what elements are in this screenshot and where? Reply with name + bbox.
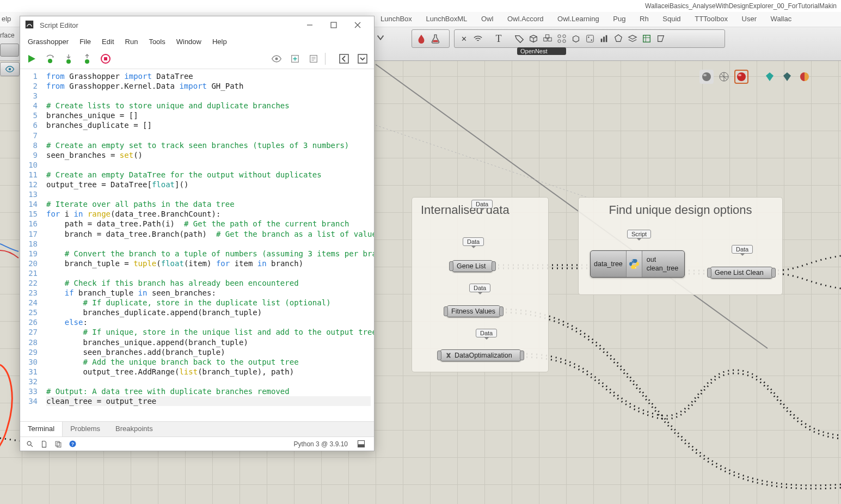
menu-grasshopper[interactable]: Grasshopper xyxy=(22,35,74,48)
droplet-icon[interactable] xyxy=(415,33,427,45)
menu-window[interactable]: Window xyxy=(171,35,207,48)
viewport-icons xyxy=(699,70,812,84)
tab-terminal[interactable]: Terminal xyxy=(20,422,63,437)
tab-owl[interactable]: Owl xyxy=(475,12,499,26)
tab-rh[interactable]: Rh xyxy=(634,12,655,26)
step-into-button[interactable] xyxy=(62,52,76,66)
dropdown-arrow-icon[interactable] xyxy=(376,33,385,42)
svg-rect-7 xyxy=(587,35,594,42)
gem-dark-icon[interactable] xyxy=(780,70,794,84)
grid-icon[interactable] xyxy=(556,33,568,45)
spreadsheet-icon[interactable] xyxy=(641,33,653,45)
script-component[interactable]: data_tree out clean_tree xyxy=(590,250,685,278)
toggle-panel-icon[interactable] xyxy=(355,439,366,450)
menu-help[interactable]: Help xyxy=(207,35,232,48)
svg-point-9 xyxy=(591,40,592,41)
python-version-label[interactable]: Python 3 @ 3.9.10 xyxy=(293,440,348,448)
code-content[interactable]: from Grasshopper import DataTreefrom Gra… xyxy=(43,69,374,421)
svg-rect-34 xyxy=(358,54,367,63)
run-button[interactable] xyxy=(24,52,39,66)
minimize-button[interactable] xyxy=(298,17,322,33)
sphere-grey-icon[interactable] xyxy=(699,70,714,84)
code-editor[interactable]: 1234567891011121314151617181920212223242… xyxy=(20,69,374,421)
opennest-label: OpenNest xyxy=(517,47,566,55)
flask-icon[interactable] xyxy=(429,33,441,45)
editor-menubar: Grasshopper File Edit Run Tools Window H… xyxy=(20,34,374,49)
tab-owl-learning[interactable]: Owl.Learning xyxy=(551,12,605,26)
tab-wallacei[interactable]: Wallac xyxy=(765,12,798,26)
editor-titlebar[interactable]: Script Editor xyxy=(20,16,374,34)
copy-icon[interactable] xyxy=(53,439,64,450)
add-button[interactable] xyxy=(288,52,302,66)
line-gutter: 1234567891011121314151617181920212223242… xyxy=(20,69,43,421)
tab-squid[interactable]: Squid xyxy=(656,12,686,26)
view-toggle-button[interactable] xyxy=(0,62,20,76)
tab-tttoolbox[interactable]: TTToolbox xyxy=(689,12,734,26)
menu-edit[interactable]: Edit xyxy=(96,35,119,48)
boxes-icon[interactable] xyxy=(542,33,554,45)
svg-rect-10 xyxy=(601,39,603,42)
menu-tools[interactable]: Tools xyxy=(143,35,170,48)
node-dataoptimalization[interactable]: DataOptimalization xyxy=(440,349,521,361)
toolbar-group-left[interactable] xyxy=(0,44,19,57)
tab-user[interactable]: User xyxy=(736,12,763,26)
data-tag: Data xyxy=(732,245,753,254)
editor-statusbar: ? Python 3 @ 3.9.10 xyxy=(20,437,374,451)
svg-point-3 xyxy=(558,35,561,38)
cube-icon[interactable] xyxy=(527,33,539,45)
node-label: Fitness Values xyxy=(451,308,495,315)
tab-problems[interactable]: Problems xyxy=(63,422,108,437)
gem-teal-icon[interactable] xyxy=(763,70,777,84)
node-gene-list[interactable]: Gene List xyxy=(452,260,493,272)
dice-icon[interactable] xyxy=(584,33,596,45)
preview-toggle-button[interactable] xyxy=(269,52,284,66)
text-icon[interactable]: T xyxy=(493,33,505,45)
polygon-icon[interactable] xyxy=(612,33,624,45)
tab-lunchbox[interactable]: LunchBox xyxy=(375,12,418,26)
script-input-label: data_tree xyxy=(594,260,623,268)
menu-file[interactable]: File xyxy=(74,35,96,48)
compass-icon[interactable]: ✕ xyxy=(458,33,470,45)
shape-icon[interactable] xyxy=(655,33,667,45)
close-button[interactable] xyxy=(346,17,370,33)
wifi-icon[interactable] xyxy=(472,33,484,45)
toolbar-cluster-solvers[interactable] xyxy=(412,29,450,48)
stop-button[interactable] xyxy=(99,52,113,66)
main-titlebar: WallaceiBasics_AnalyseWithDesignExplorer… xyxy=(0,0,841,12)
svg-point-26 xyxy=(66,59,71,64)
tab-lunchboxml[interactable]: LunchBoxML xyxy=(420,12,473,26)
tab-owl-accord[interactable]: Owl.Accord xyxy=(501,12,549,26)
step-over-button[interactable] xyxy=(43,52,57,66)
help-icon[interactable]: ? xyxy=(67,439,78,450)
step-out-button[interactable] xyxy=(80,52,94,66)
editor-toolbar xyxy=(20,49,374,69)
sphere-red-icon[interactable] xyxy=(734,70,748,84)
svg-rect-33 xyxy=(340,54,348,63)
prev-button[interactable] xyxy=(337,52,351,66)
node-fitness-values[interactable]: Fitness Values xyxy=(446,305,501,317)
svg-rect-36 xyxy=(56,441,59,446)
node-label: DataOptimalization xyxy=(455,352,512,359)
document-title: WallaceiBasics_AnalyseWithDesignExplorer… xyxy=(645,0,837,12)
circle-split-icon[interactable] xyxy=(797,70,812,84)
maximize-button[interactable] xyxy=(322,17,346,33)
box3d-icon[interactable] xyxy=(570,33,582,45)
svg-rect-11 xyxy=(603,36,605,42)
wireframe-icon[interactable] xyxy=(717,70,731,84)
svg-point-15 xyxy=(702,72,711,81)
tab-pug[interactable]: Pug xyxy=(607,12,631,26)
tag-icon[interactable] xyxy=(513,33,525,45)
search-icon[interactable] xyxy=(24,439,35,450)
svg-point-6 xyxy=(563,40,566,42)
svg-point-4 xyxy=(563,35,566,38)
tab-breakpoints[interactable]: Breakpoints xyxy=(108,422,161,437)
toolbar-cluster-opennest[interactable]: ✕ T xyxy=(454,29,725,48)
layers-icon[interactable] xyxy=(627,33,639,45)
menu-run[interactable]: Run xyxy=(120,35,144,48)
publish-button[interactable] xyxy=(306,52,321,66)
editor-bottom-tabs: Terminal Problems Breakpoints xyxy=(20,421,374,437)
file-icon[interactable] xyxy=(39,439,50,450)
next-button[interactable] xyxy=(355,52,370,66)
chart-icon[interactable] xyxy=(598,33,610,45)
node-gene-list-clean[interactable]: Gene List Clean xyxy=(710,267,773,279)
